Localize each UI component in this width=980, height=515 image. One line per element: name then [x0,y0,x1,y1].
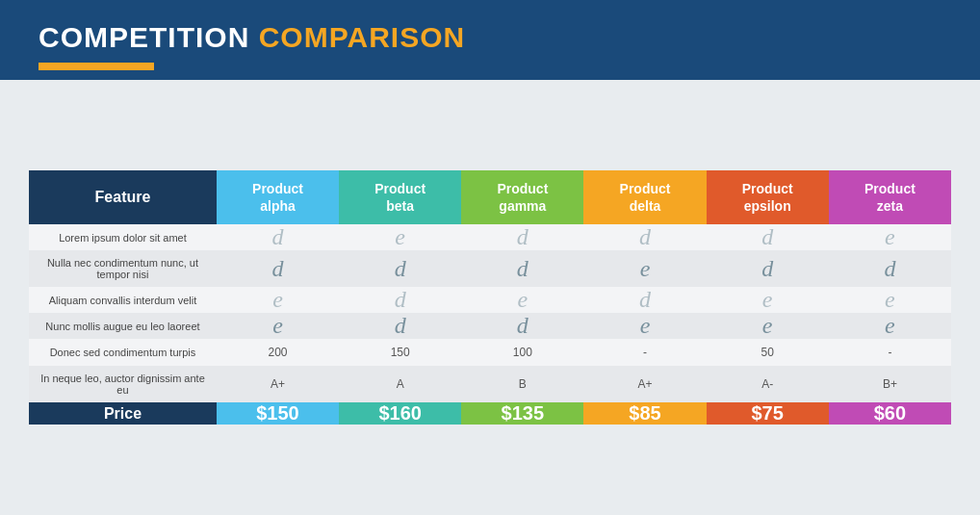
value-cell: e [829,224,951,250]
value-cell: e [707,313,829,339]
feature-cell: Aliquam convallis interdum velit [29,287,217,313]
value-cell: d [461,224,583,250]
value-cell: d [829,250,951,287]
value-cell: d [217,224,339,250]
feature-cell: Lorem ipsum dolor sit amet [29,224,217,250]
value-cell: d [339,313,461,339]
table-header-row: Feature Productalpha Productbeta Product… [29,170,951,224]
value-cell: - [829,339,951,366]
feature-header: Feature [29,170,217,224]
price-value: $160 [339,402,461,425]
product-delta-header: Productdelta [583,170,706,224]
price-label: Price [29,402,217,425]
table-row: Aliquam convallis interdum velitededee [29,287,951,313]
price-value: $60 [829,402,951,425]
value-cell: d [339,287,461,313]
feature-cell: Nulla nec condimentum nunc, ut tempor ni… [29,250,217,287]
table-row: In neque leo, auctor dignissim ante euA+… [29,366,951,402]
value-cell: A- [707,366,829,402]
product-beta-header: Productbeta [339,170,461,224]
value-cell: e [829,287,951,313]
value-cell: e [339,224,461,250]
table-row: Nunc mollis augue eu leo laoreeteddeee [29,313,951,339]
table-row: Donec sed condimentum turpis200150100-50… [29,339,951,366]
value-cell: e [583,313,706,339]
value-cell: d [461,250,583,287]
value-cell: A [339,366,461,402]
value-cell: 50 [707,339,829,366]
value-cell: d [707,224,829,250]
value-cell: d [707,250,829,287]
title-orange: COMPARISON [259,21,465,53]
price-value: $150 [217,402,339,425]
page-title: COMPETITION COMPARISON [39,21,941,53]
value-cell: e [829,313,951,339]
product-zeta-header: Productzeta [829,170,951,224]
value-cell: 200 [217,339,339,366]
value-cell: d [461,313,583,339]
price-value: $85 [583,402,706,425]
feature-cell: In neque leo, auctor dignissim ante eu [29,366,217,402]
value-cell: d [583,224,706,250]
product-gamma-header: Productgamma [461,170,583,224]
value-cell: A+ [583,366,706,402]
value-cell: e [461,287,583,313]
table-row: Lorem ipsum dolor sit ametdeddde [29,224,951,250]
value-cell: B+ [829,366,951,402]
product-alpha-header: Productalpha [217,170,339,224]
price-row: Price$150$160$135$85$75$60 [29,402,951,425]
price-value: $75 [707,402,829,425]
feature-cell: Donec sed condimentum turpis [29,339,217,366]
header-accent [39,63,154,70]
value-cell: B [461,366,583,402]
value-cell: e [707,287,829,313]
value-cell: d [583,287,706,313]
value-cell: d [339,250,461,287]
value-cell: 150 [339,339,461,366]
price-value: $135 [461,402,583,425]
value-cell: e [217,313,339,339]
value-cell: 100 [461,339,583,366]
product-epsilon-header: Productepsilon [707,170,829,224]
value-cell: e [217,287,339,313]
feature-cell: Nunc mollis augue eu leo laoreet [29,313,217,339]
slide: COMPETITION COMPARISON Feature Productal… [0,0,980,515]
table-row: Nulla nec condimentum nunc, ut tempor ni… [29,250,951,287]
content: Feature Productalpha Productbeta Product… [0,80,980,515]
value-cell: e [583,250,706,287]
value-cell: A+ [217,366,339,402]
value-cell: d [217,250,339,287]
header: COMPETITION COMPARISON [0,0,980,80]
title-white: COMPETITION [39,21,249,53]
comparison-table: Feature Productalpha Productbeta Product… [29,170,951,425]
value-cell: - [583,339,706,366]
